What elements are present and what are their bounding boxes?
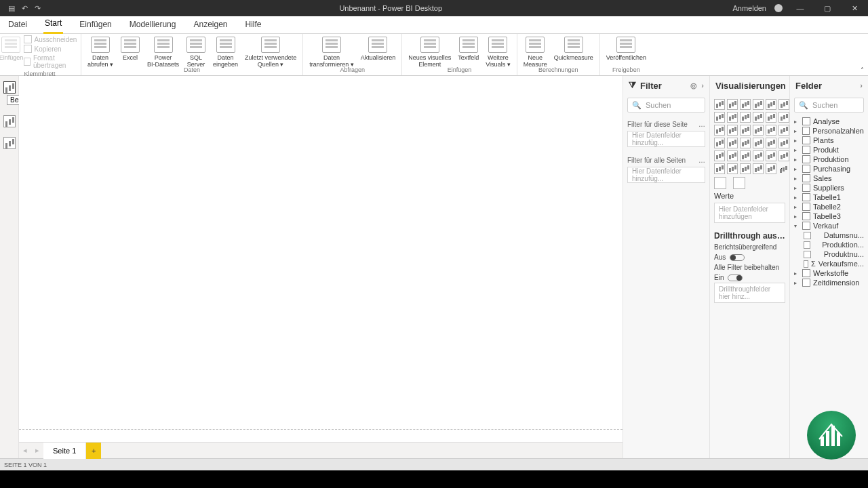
viz-type-icon[interactable] bbox=[727, 125, 738, 136]
recentsources-button[interactable]: Zuletzt verwendete Quellen ▾ bbox=[243, 35, 298, 69]
report-view-icon[interactable] bbox=[3, 81, 16, 94]
viz-type-icon[interactable] bbox=[766, 138, 776, 148]
table-row[interactable]: ▸Zeitdimension bbox=[790, 278, 868, 287]
viz-type-icon[interactable] bbox=[727, 163, 738, 174]
maximize-button[interactable]: ▢ bbox=[818, 4, 837, 13]
table-row[interactable]: ▸Suppliers bbox=[790, 183, 868, 192]
signin-link[interactable]: Anmelden bbox=[732, 4, 766, 12]
table-row[interactable]: ▾Verkauf bbox=[790, 221, 868, 230]
menu-datei[interactable]: Datei bbox=[7, 17, 28, 33]
viz-type-icon[interactable] bbox=[766, 125, 776, 136]
values-dropzone[interactable]: Hier Datenfelder hinzufügen bbox=[714, 203, 785, 223]
filter-page-dropzone[interactable]: Hier Datenfelder hinzufüg... bbox=[627, 131, 705, 147]
page-tab-1[interactable]: Seite 1 bbox=[43, 443, 86, 459]
table-row[interactable]: ▸Tabelle1 bbox=[790, 192, 868, 202]
transform-button[interactable]: Daten transformieren ▾ bbox=[307, 35, 356, 69]
pbi-datasets-button[interactable]: Power BI-Datasets bbox=[145, 35, 181, 69]
viz-type-icon[interactable] bbox=[714, 125, 725, 136]
viz-type-icon[interactable] bbox=[753, 163, 764, 174]
table-row[interactable]: ▸Purchasing bbox=[790, 164, 868, 174]
ribbon-collapse-icon[interactable]: ˄ bbox=[861, 66, 864, 74]
table-row[interactable]: ▸Personalzahlen bbox=[790, 126, 868, 136]
save-icon[interactable]: ▤ bbox=[8, 4, 15, 13]
format-tab-icon[interactable] bbox=[733, 177, 745, 189]
quickmeasure-button[interactable]: Quickmeasure bbox=[552, 35, 595, 62]
data-view-icon[interactable] bbox=[3, 115, 16, 127]
field-checkbox[interactable] bbox=[804, 251, 811, 258]
viz-type-icon[interactable] bbox=[740, 99, 751, 110]
filter-allpages-more-icon[interactable]: … bbox=[698, 157, 705, 164]
viz-type-icon[interactable] bbox=[714, 112, 725, 123]
enterdata-button[interactable]: Daten eingeben bbox=[211, 35, 240, 69]
viz-type-icon[interactable] bbox=[778, 150, 789, 161]
fields-collapse-icon[interactable]: › bbox=[860, 81, 863, 89]
viz-type-icon[interactable] bbox=[740, 138, 751, 148]
viz-type-icon[interactable] bbox=[766, 163, 776, 174]
viz-type-icon[interactable] bbox=[766, 150, 776, 161]
publish-button[interactable]: Veröffentlichen bbox=[604, 35, 648, 62]
excel-button[interactable]: Excel bbox=[118, 35, 142, 62]
newvisual-button[interactable]: Neues visuelles Element bbox=[406, 35, 453, 69]
viz-type-icon[interactable] bbox=[778, 112, 789, 123]
menu-start[interactable]: Start bbox=[43, 16, 63, 34]
table-row[interactable]: ▸Tabelle3 bbox=[790, 211, 868, 221]
filter-eye-icon[interactable]: ◎ bbox=[690, 81, 697, 90]
viz-type-icon[interactable] bbox=[778, 99, 789, 110]
table-row[interactable]: ▸Werkstoffe bbox=[790, 268, 868, 278]
page-prev-button[interactable]: ◂ bbox=[19, 446, 31, 455]
add-page-button[interactable]: + bbox=[86, 443, 101, 459]
sql-button[interactable]: SQL Server bbox=[184, 35, 208, 69]
viz-type-icon[interactable] bbox=[753, 112, 764, 123]
getdata-button[interactable]: Daten abrufen ▾ bbox=[85, 35, 115, 69]
menu-einfuegen[interactable]: Einfügen bbox=[78, 17, 113, 33]
menu-anzeigen[interactable]: Anzeigen bbox=[192, 17, 229, 33]
viz-type-icon[interactable] bbox=[714, 150, 725, 161]
viz-type-icon[interactable] bbox=[727, 150, 738, 161]
newmeasure-button[interactable]: Neue Measure bbox=[521, 35, 549, 69]
viz-type-icon[interactable] bbox=[778, 138, 789, 148]
viz-type-icon[interactable] bbox=[753, 99, 764, 110]
report-canvas[interactable]: ◂ ▸ Seite 1 + bbox=[19, 76, 623, 458]
model-view-icon[interactable] bbox=[3, 137, 16, 149]
filter-search-input[interactable]: 🔍Suchen bbox=[627, 98, 705, 113]
fields-search-input[interactable]: 🔍Suchen bbox=[794, 98, 864, 113]
drillthrough-dropzone[interactable]: Drillthroughfelder hier hinz... bbox=[714, 283, 785, 303]
filter-allpages-dropzone[interactable]: Hier Datenfelder hinzufüg... bbox=[627, 167, 705, 183]
viz-type-icon[interactable] bbox=[766, 99, 776, 110]
page-next-button[interactable]: ▸ bbox=[31, 446, 43, 455]
fields-tab-icon[interactable] bbox=[714, 177, 726, 189]
refresh-button[interactable]: Aktualisieren bbox=[359, 35, 398, 62]
field-checkbox[interactable] bbox=[804, 232, 811, 239]
viz-type-icon[interactable] bbox=[753, 125, 764, 136]
viz-type-icon[interactable] bbox=[714, 99, 725, 110]
viz-type-icon[interactable] bbox=[714, 138, 725, 148]
viz-type-icon[interactable] bbox=[740, 163, 751, 174]
table-row[interactable]: ▸Sales bbox=[790, 174, 868, 183]
viz-type-icon[interactable] bbox=[740, 112, 751, 123]
field-checkbox[interactable] bbox=[804, 260, 808, 268]
avatar-icon[interactable] bbox=[774, 4, 783, 12]
field-row[interactable]: Produktion... bbox=[790, 240, 868, 249]
field-row[interactable]: ΣVerkaufsme... bbox=[790, 259, 868, 268]
viz-type-icon[interactable] bbox=[714, 163, 725, 174]
menu-modellierung[interactable]: Modellierung bbox=[128, 17, 178, 33]
table-row[interactable]: ▸Analyse bbox=[790, 117, 868, 126]
filter-page-more-icon[interactable]: … bbox=[698, 121, 705, 128]
filter-collapse-icon[interactable]: › bbox=[701, 81, 704, 89]
viz-type-icon[interactable] bbox=[753, 150, 764, 161]
table-row[interactable]: ▸Plants bbox=[790, 136, 868, 145]
textbox-button[interactable]: Textfeld bbox=[456, 35, 481, 62]
morevisuals-button[interactable]: Weitere Visuals ▾ bbox=[484, 35, 512, 69]
table-row[interactable]: ▸Produkt bbox=[790, 145, 868, 155]
viz-type-icon[interactable] bbox=[740, 125, 751, 136]
viz-type-icon[interactable] bbox=[727, 112, 738, 123]
close-button[interactable]: ✕ bbox=[845, 4, 864, 13]
crossreport-toggle[interactable]: Aus bbox=[710, 252, 789, 262]
minimize-button[interactable]: — bbox=[791, 4, 810, 12]
keepall-toggle[interactable]: Ein bbox=[710, 272, 789, 283]
redo-icon[interactable]: ↷ bbox=[35, 4, 41, 13]
viz-type-icon[interactable] bbox=[778, 125, 789, 136]
viz-more-icon[interactable]: ⋯ bbox=[778, 163, 789, 174]
field-row[interactable]: Produktnu... bbox=[790, 249, 868, 259]
viz-type-icon[interactable] bbox=[727, 99, 738, 110]
